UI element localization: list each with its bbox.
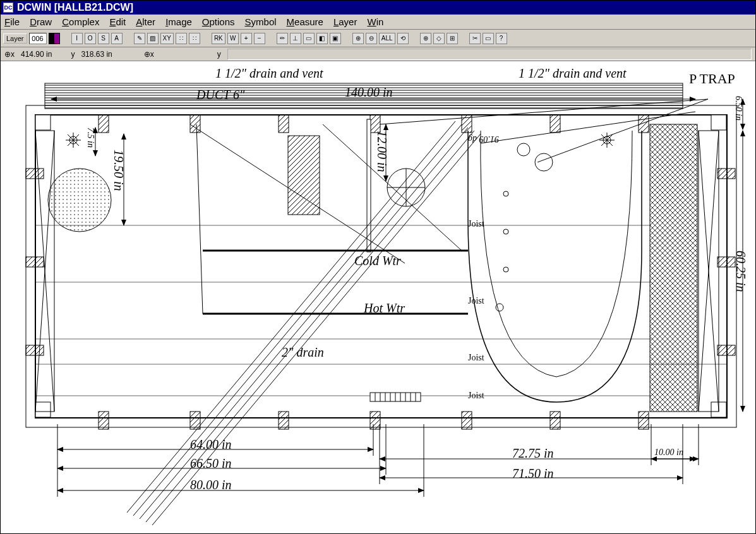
label-ptrap: P TRAP xyxy=(689,71,735,87)
tool-grid2-icon[interactable]: ∷ xyxy=(189,33,200,44)
tool-window-icon[interactable]: ⊞ xyxy=(447,33,458,44)
tool-diamond-icon[interactable]: ◇ xyxy=(433,33,445,44)
menu-options[interactable]: Options xyxy=(202,16,235,27)
label-joist-3: Joist xyxy=(468,353,484,363)
menu-bar: File Draw Complex Edit Alter Image Optio… xyxy=(1,15,755,30)
dim-72-75in: 72.75 in xyxy=(512,446,554,461)
menu-layer[interactable]: Layer xyxy=(333,16,357,27)
tool-plus-icon[interactable]: + xyxy=(241,33,252,44)
svg-rect-27 xyxy=(717,169,735,179)
svg-rect-55 xyxy=(367,119,371,252)
menu-complex[interactable]: Complex xyxy=(62,16,99,27)
tool-help-icon[interactable]: ? xyxy=(496,33,507,44)
tool-w-icon[interactable]: W xyxy=(227,33,239,44)
tool-zoomout-icon[interactable]: ⊖ xyxy=(366,33,377,44)
status-filler xyxy=(227,49,752,60)
tool-hatch-icon[interactable]: ▨ xyxy=(147,33,159,44)
tool-s-icon[interactable]: S xyxy=(98,33,109,44)
svg-rect-6 xyxy=(35,115,51,130)
toolbar: Layer 006 I O S A ✎ ▨ XY ∷ ∷ RK W + − ✏ … xyxy=(1,30,755,47)
tool-snap-icon[interactable]: ⊕ xyxy=(420,33,431,44)
label-joist-4: Joist xyxy=(468,391,484,401)
dim-64in: 64.00 in xyxy=(190,437,232,452)
menu-alter[interactable]: Alter xyxy=(136,16,155,27)
label-hot-wtr: Hot Wtr xyxy=(364,301,405,316)
svg-rect-10 xyxy=(99,115,109,133)
label-drain-vent-2: 1 1/2" drain and vent xyxy=(519,66,627,81)
svg-point-38 xyxy=(48,169,111,232)
drawing-canvas[interactable]: 1 1/2" drain and vent 1 1/2" drain and v… xyxy=(1,61,755,533)
menu-draw[interactable]: Draw xyxy=(30,16,52,27)
status-bar: ⊕x 414.90 in y 318.63 in ⊕x y xyxy=(1,47,755,61)
svg-rect-17 xyxy=(99,412,109,429)
svg-rect-29 xyxy=(717,345,735,355)
layer-number-field[interactable]: 006 xyxy=(29,33,47,44)
tool-zoomall-icon[interactable]: ALL xyxy=(379,33,395,44)
svg-line-73 xyxy=(323,124,462,251)
svg-point-50 xyxy=(503,229,508,234)
tool-cut-icon[interactable]: ✂ xyxy=(469,33,481,44)
tool-fill-icon[interactable]: ◧ xyxy=(316,33,328,44)
svg-rect-21 xyxy=(462,412,472,429)
label-drain-vent-1: 1 1/2" drain and vent xyxy=(215,66,323,81)
svg-rect-19 xyxy=(279,412,289,429)
dim-66-50in: 66.50 in xyxy=(190,456,232,471)
layer-button[interactable]: Layer xyxy=(3,33,27,44)
tool-zoomin-icon[interactable]: ⊕ xyxy=(352,33,364,44)
dim-10in: 10.00 in xyxy=(654,448,683,458)
tool-copy-icon[interactable]: ▭ xyxy=(483,33,494,44)
dim-angle: 91.09 dg xyxy=(468,134,499,144)
abs-y-value: 318.63 in xyxy=(81,50,112,59)
label-cold-wtr: Cold Wtr xyxy=(354,254,401,268)
abs-x-label: ⊕x xyxy=(4,50,15,59)
svg-point-54 xyxy=(517,143,530,156)
window-title: DCWIN [HALLB21.DCW] xyxy=(17,2,133,13)
rel-x-label: ⊕x xyxy=(144,50,154,59)
svg-point-51 xyxy=(503,267,508,272)
abs-x-value: 414.90 in xyxy=(21,50,52,59)
menu-symbol[interactable]: Symbol xyxy=(245,16,277,27)
tool-minus-icon[interactable]: − xyxy=(254,33,265,44)
svg-rect-7 xyxy=(711,115,726,130)
svg-rect-26 xyxy=(26,345,44,355)
tool-rect-icon[interactable]: ▭ xyxy=(303,33,315,44)
rel-y-label: y xyxy=(217,50,221,59)
tool-refresh-icon[interactable]: ⟲ xyxy=(397,33,409,44)
dim-6-50in: 6.50 in xyxy=(733,96,743,121)
svg-rect-36 xyxy=(650,124,697,412)
tool-box-icon[interactable]: ▣ xyxy=(330,33,341,44)
label-2in-drain: 2" drain xyxy=(282,345,324,360)
menu-measure[interactable]: Measure xyxy=(287,16,323,27)
dim-140in: 140.00 in xyxy=(345,85,393,100)
app-icon: DC xyxy=(3,3,13,13)
tool-o-icon[interactable]: O xyxy=(85,33,96,44)
menu-edit[interactable]: Edit xyxy=(109,16,126,27)
svg-rect-12 xyxy=(279,115,289,133)
abs-y-label: y xyxy=(71,50,75,59)
tool-grid1-icon[interactable]: ∷ xyxy=(176,33,187,44)
tool-xy-icon[interactable]: XY xyxy=(160,33,174,44)
menu-image[interactable]: Image xyxy=(165,16,192,27)
label-joist-1: Joist xyxy=(468,219,484,229)
svg-point-49 xyxy=(503,191,508,196)
tool-draw-icon[interactable]: ✏ xyxy=(277,33,288,44)
tool-rk-icon[interactable]: RK xyxy=(212,33,225,44)
svg-rect-20 xyxy=(370,412,380,429)
dim-71-50in: 71.50 in xyxy=(512,466,554,481)
label-duct: DUCT 6" xyxy=(196,88,244,102)
label-joist-2: Joist xyxy=(468,296,484,306)
svg-rect-13 xyxy=(370,115,380,133)
color-swatch[interactable] xyxy=(49,33,60,44)
svg-rect-23 xyxy=(639,412,649,429)
svg-rect-8 xyxy=(35,402,51,417)
tool-a-icon[interactable]: A xyxy=(111,33,123,44)
svg-rect-24 xyxy=(26,169,44,179)
tool-i-icon[interactable]: I xyxy=(71,33,83,44)
tool-pencil-icon[interactable]: ✎ xyxy=(134,33,145,44)
svg-point-52 xyxy=(496,304,503,311)
menu-file[interactable]: File xyxy=(4,16,20,27)
svg-rect-28 xyxy=(717,257,735,267)
svg-rect-25 xyxy=(26,257,44,267)
tool-perp-icon[interactable]: ⊥ xyxy=(290,33,301,44)
menu-win[interactable]: Win xyxy=(367,16,383,27)
